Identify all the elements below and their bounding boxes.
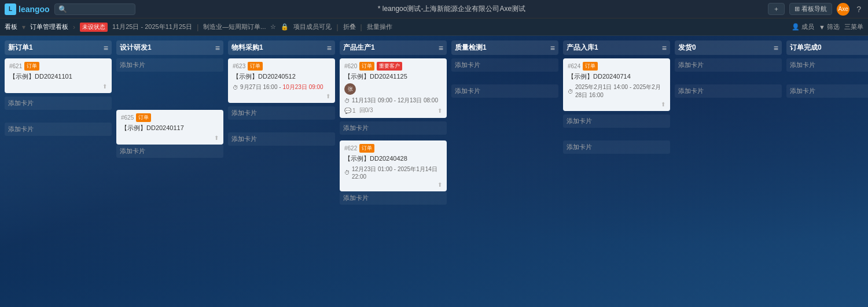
card-date-624: ⏱ 2025年2月1日 14:00 - 2025年2月28日 16:00 [568,83,665,99]
column-header-complete: 订单完成0 ≡ [786,40,868,55]
add-card-col6-row2[interactable]: 添加卡片 [563,140,670,154]
card-dd20240117[interactable]: #625 订单 【示例】DD20240117 ⬆ [116,110,223,145]
add-card-col2-top[interactable]: 添加卡片 [116,58,223,72]
help-button[interactable]: ? [854,3,863,15]
add-card-col4[interactable]: 添加卡片 [340,121,447,135]
search-icon: 🔍 [58,5,67,13]
toolbar-batch[interactable]: 批量操作 [367,23,392,31]
column-header-warehouse: 产品入库1 ≡ [563,40,670,55]
card-title-620: 【示例】DD20241125 [344,72,442,81]
plus-button[interactable]: ＋ [768,3,785,15]
card-date-623: ⏱ 9月27日 16:00 - 10月23日 09:00 [233,83,330,91]
column-new-order: 新订单1 ≡ #621 订单 【示例】DD20241101 ⬆ 添加卡片 添加卡… [5,40,112,297]
card-title-624: 【示例】DD20240714 [568,72,665,81]
column-header-design: 设计研发1 ≡ [116,40,223,55]
add-card-col5[interactable]: 添加卡片 [451,58,558,72]
card-dd20240512[interactable]: #623 订单 【示例】DD20240512 ⏱ 9月27日 16:00 - 1… [228,58,335,103]
card-title: 【示例】DD20241101 [9,72,107,81]
add-card-col5-row2[interactable]: 添加卡片 [451,84,558,98]
board-area: 新订单1 ≡ #621 订单 【示例】DD20241101 ⬆ 添加卡片 添加卡… [0,36,868,302]
grid-button[interactable]: ⊞ 看板导航 [789,3,832,15]
comment-icon: 💬 [344,108,351,114]
card-dd20240714[interactable]: #624 订单 【示例】DD20240714 ⏱ 2025年2月1日 14:00… [563,58,670,111]
add-card-col3[interactable]: 添加卡片 [228,106,335,120]
toolbar-star[interactable]: ☆ [270,23,276,31]
column-menu-icon-design[interactable]: ≡ [215,43,220,53]
toolbar-board[interactable]: 看板 [5,23,17,31]
add-card-col7[interactable]: 添加卡片 [675,58,782,72]
add-card-col4-row2[interactable]: 添加卡片 [340,191,447,205]
toolbar-date-range[interactable]: 11月25日 - 2025年11月25日 [112,23,192,31]
toolbar-member[interactable]: 👤 成员 [792,23,814,31]
card-tag-row-623: #623 订单 [233,62,330,71]
column-menu-icon[interactable]: ≡ [104,43,108,53]
column-header-quality: 质量检测1 ≡ [451,40,558,55]
status-badge: 未设状态 [80,23,108,32]
card-comment-620: 💬 1 回0/3 [344,106,373,114]
card-id: #621 [9,63,22,69]
card-tag-row-625: #625 订单 [121,113,219,122]
comment-count: 1 [352,108,356,114]
window-title: * leangoo测试-上海新能源企业有限公司Axe测试 [140,4,764,14]
plus-icon: ＋ [773,5,779,13]
add-card-col8[interactable]: 添加卡片 [786,58,868,72]
card-archive-622[interactable]: ⬆ [437,182,442,188]
search-input[interactable] [69,6,131,13]
column-header-procurement: 物料采购1 ≡ [228,40,335,55]
add-card-col3-row2[interactable]: 添加卡片 [228,132,335,146]
person-icon: 👤 [792,23,800,31]
add-card-col2-row2[interactable]: 添加卡片 [116,145,223,158]
card-id-624: #624 [568,63,580,69]
column-menu-icon-quality[interactable]: ≡ [550,43,555,53]
toolbar-menu[interactable]: 三菜单 [844,23,863,31]
add-lane-button[interactable]: + + 添加泳道 [0,303,868,307]
toolbar-industry[interactable]: 制造业—短周期订单... [203,23,266,31]
toolbar-fold[interactable]: 折叠 [343,23,356,31]
column-title-quality: 质量检测1 [455,43,487,53]
column-header-production: 产品生产1 ≡ [340,40,447,55]
toolbar-right: 👤 成员 ▼ 筛选 三菜单 [792,23,863,31]
avatar[interactable]: Axe [837,3,849,16]
toolbar-lock: 🔒 [281,23,289,31]
card-archive-620[interactable]: ⬆ [437,108,442,114]
column-title-shipping: 发货0 [678,43,696,53]
column-title-new-order: 新订单1 [8,43,33,53]
column-design: 设计研发1 ≡ 添加卡片 #625 订单 【示例】DD20240117 ⬆ 添加… [116,40,223,297]
column-title-procurement: 物料采购1 [231,43,263,53]
card-title-625: 【示例】DD20240117 [121,124,219,132]
column-title-production: 产品生产1 [343,43,375,53]
card-tag-622: 订单 [359,144,374,153]
add-card-col8-row2[interactable]: 添加卡片 [786,84,868,98]
card-tag-row: #621 订单 [9,62,107,71]
column-menu-icon-wh[interactable]: ≡ [662,43,667,53]
column-menu-icon-prod[interactable]: ≡ [439,43,443,53]
avatar-initials: Axe [838,6,848,12]
column-menu-icon-ship[interactable]: ≡ [774,43,778,53]
add-card-col6[interactable]: 添加卡片 [563,114,670,128]
toolbar-filter[interactable]: ▼ 筛选 [819,23,840,31]
card-dd20240428[interactable]: #622 订单 【示例】DD20240428 ⏱ 12月23日 01:00 - … [340,140,447,191]
card-dd20241125[interactable]: #620 订单 重要客户 【示例】DD20241125 张 ⏱ 11月13日 0… [340,58,447,118]
search-box[interactable]: 🔍 [54,3,135,15]
add-card-col1[interactable]: 添加卡片 [5,97,112,110]
add-card-col7-row2[interactable]: 添加卡片 [675,84,782,98]
column-header-shipping: 发货0 ≡ [675,40,782,55]
card-archive-icon[interactable]: ⬆ [102,83,107,90]
card-archive-625[interactable]: ⬆ [214,135,219,141]
toolbar-visibility[interactable]: 项目成员可见 [293,23,332,31]
add-card-col1-row2[interactable]: 添加卡片 [5,123,112,136]
logo[interactable]: L leangoo [5,3,50,15]
column-menu-icon-proc[interactable]: ≡ [327,43,332,53]
toolbar-status[interactable]: 未设状态 [80,23,108,32]
grid-icon: ⊞ [795,5,800,13]
column-procurement: 物料采购1 ≡ #623 订单 【示例】DD20240512 ⏱ 9月27日 1… [228,40,335,297]
card-dd20241101[interactable]: #621 订单 【示例】DD20241101 ⬆ [5,58,112,93]
card-footer-623: ⬆ [233,93,330,99]
column-shipping: 发货0 ≡ 添加卡片 添加卡片 [675,40,782,297]
card-archive-624[interactable]: ⬆ [661,101,665,108]
column-warehouse: 产品入库1 ≡ #624 订单 【示例】DD20240714 ⏱ 2025年2月… [563,40,670,297]
toolbar-plan-title[interactable]: 订单管理看板 [30,23,68,31]
card-title-623: 【示例】DD20240512 [233,72,330,81]
card-archive-623[interactable]: ⬆ [326,93,330,99]
warn-tag-customer: 重要客户 [377,62,402,71]
